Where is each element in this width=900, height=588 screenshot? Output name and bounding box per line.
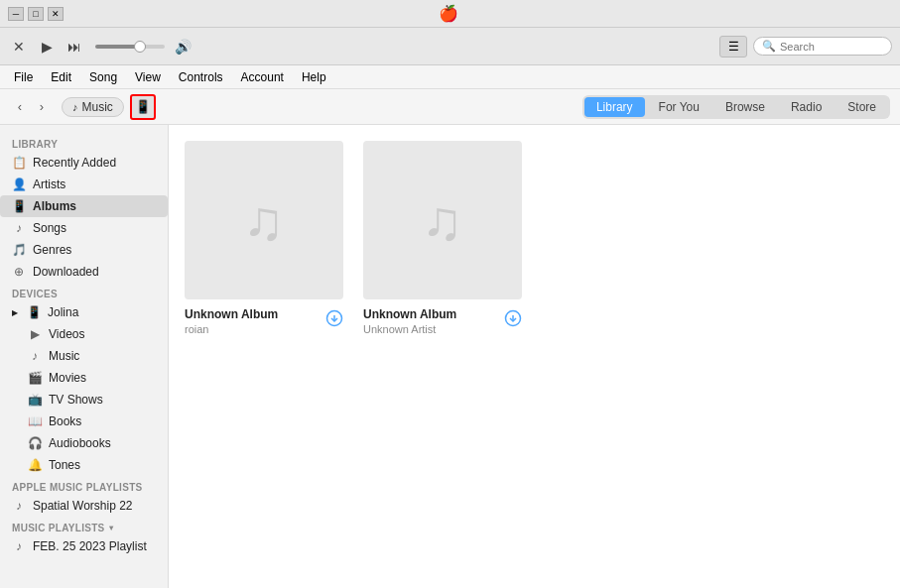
nav-arrows: ‹ › xyxy=(10,97,52,117)
sidebar: Library 📋 Recently Added 👤 Artists 📱 Alb… xyxy=(0,125,169,588)
device-button[interactable]: 📱 xyxy=(130,94,156,120)
album-artist-2: Unknown Artist xyxy=(363,323,504,335)
album-info-2: Unknown Album Unknown Artist xyxy=(363,307,522,335)
music-icon: ♪ xyxy=(28,349,42,363)
nav-bar: ‹ › ♪ Music 📱 Library For You Browse Rad… xyxy=(0,89,900,125)
sidebar-item-tv-shows[interactable]: 📺 TV Shows xyxy=(0,389,168,411)
audiobooks-label: Audiobooks xyxy=(49,436,111,450)
movies-label: Movies xyxy=(49,371,86,385)
songs-label: Songs xyxy=(33,221,66,235)
albums-label: Albums xyxy=(33,199,76,213)
songs-icon: ♪ xyxy=(12,221,26,235)
devices-section-title: Devices xyxy=(0,283,168,301)
tv-shows-label: TV Shows xyxy=(49,393,103,407)
genres-icon: 🎵 xyxy=(12,243,26,257)
album-art-2: ♫ xyxy=(363,141,522,299)
restore-button[interactable]: □ xyxy=(28,7,44,21)
tab-browse[interactable]: Browse xyxy=(713,97,777,117)
album-info-1: Unknown Album roian xyxy=(185,307,343,335)
album-card-2[interactable]: ♫ Unknown Album Unknown Artist xyxy=(363,141,522,335)
album-art-note-icon-1: ♫ xyxy=(243,188,285,253)
sidebar-item-downloaded[interactable]: ⊕ Downloaded xyxy=(0,261,168,283)
menu-file[interactable]: File xyxy=(6,68,41,86)
breadcrumb-label: Music xyxy=(82,100,113,114)
title-bar: ─ □ ✕ 🍎 xyxy=(0,0,900,28)
album-text-1: Unknown Album roian xyxy=(185,307,325,335)
close-button[interactable]: ✕ xyxy=(48,7,64,21)
title-bar-left: ─ □ ✕ xyxy=(8,7,64,21)
album-title-1: Unknown Album xyxy=(185,307,325,321)
volume-slider[interactable] xyxy=(95,45,165,49)
tab-store[interactable]: Store xyxy=(836,97,888,117)
apple-music-playlists-section-title: Apple Music Playlists xyxy=(0,476,168,495)
music-note-icon: ♪ xyxy=(72,101,78,113)
sidebar-item-artists[interactable]: 👤 Artists xyxy=(0,174,168,195)
download-button-2[interactable] xyxy=(504,309,522,332)
sidebar-item-books[interactable]: 📖 Books xyxy=(0,411,168,432)
breadcrumb[interactable]: ♪ Music xyxy=(62,97,124,117)
menu-view[interactable]: View xyxy=(127,68,169,86)
back-button[interactable]: ‹ xyxy=(10,97,30,117)
content-area: ♫ Unknown Album roian xyxy=(169,125,900,588)
music-playlists-section-title: Music Playlists ▾ xyxy=(0,517,168,535)
sidebar-item-device-jolina[interactable]: ▶ 📱 Jolina xyxy=(0,301,168,323)
search-input[interactable] xyxy=(780,41,883,53)
phone-icon: 📱 xyxy=(135,99,151,114)
menu-bar: File Edit Song View Controls Account Hel… xyxy=(0,65,900,89)
download-button-1[interactable] xyxy=(325,309,343,332)
music-label: Music xyxy=(49,349,79,363)
volume-thumb[interactable] xyxy=(134,41,146,53)
sidebar-item-feb-playlist[interactable]: ♪ FEB. 25 2023 Playlist xyxy=(0,535,168,557)
sidebar-item-movies[interactable]: 🎬 Movies xyxy=(0,367,168,389)
books-label: Books xyxy=(49,414,81,428)
feb-playlist-label: FEB. 25 2023 Playlist xyxy=(33,539,147,553)
books-icon: 📖 xyxy=(28,414,42,428)
sidebar-item-tones[interactable]: 🔔 Tones xyxy=(0,454,168,476)
recently-added-label: Recently Added xyxy=(33,156,116,170)
minimize-button[interactable]: ─ xyxy=(8,7,24,21)
menu-controls[interactable]: Controls xyxy=(171,68,231,86)
tab-group: Library For You Browse Radio Store xyxy=(582,95,890,119)
shuffle-button[interactable]: ✕ xyxy=(8,36,30,58)
main-layout: Library 📋 Recently Added 👤 Artists 📱 Alb… xyxy=(0,125,900,588)
sidebar-item-spatial-worship[interactable]: ♪ Spatial Worship 22 xyxy=(0,495,168,517)
tab-radio[interactable]: Radio xyxy=(779,97,834,117)
album-art-note-icon-2: ♫ xyxy=(422,188,463,253)
videos-label: Videos xyxy=(49,327,84,341)
sidebar-item-videos[interactable]: ▶ Videos xyxy=(0,323,168,345)
next-button[interactable]: ⏭ xyxy=(64,36,85,58)
search-icon: 🔍 xyxy=(762,40,776,53)
playlist-icon-2: ♪ xyxy=(12,539,26,553)
title-bar-center: 🍎 xyxy=(439,4,458,23)
expand-triangle-icon: ▶ xyxy=(12,308,18,317)
sidebar-item-albums[interactable]: 📱 Albums xyxy=(0,195,168,217)
sidebar-item-recently-added[interactable]: 📋 Recently Added xyxy=(0,152,168,174)
movies-icon: 🎬 xyxy=(28,371,42,385)
tab-library[interactable]: Library xyxy=(584,97,645,117)
menu-account[interactable]: Account xyxy=(233,68,292,86)
window-controls: ─ □ ✕ xyxy=(8,7,64,21)
sidebar-item-genres[interactable]: 🎵 Genres xyxy=(0,239,168,261)
play-button[interactable]: ▶ xyxy=(36,36,58,58)
toolbar: ✕ ▶ ⏭ 🔊 ☰ 🔍 xyxy=(0,28,900,65)
menu-edit[interactable]: Edit xyxy=(43,68,79,86)
album-art-1: ♫ xyxy=(185,141,343,299)
tones-label: Tones xyxy=(49,458,80,472)
sidebar-item-songs[interactable]: ♪ Songs xyxy=(0,217,168,239)
menu-song[interactable]: Song xyxy=(81,68,125,86)
volume-icon: 🔊 xyxy=(175,39,192,55)
tv-shows-icon: 📺 xyxy=(28,393,42,407)
audiobooks-icon: 🎧 xyxy=(28,436,42,450)
music-playlists-label: Music Playlists xyxy=(12,523,105,533)
tab-for-you[interactable]: For You xyxy=(647,97,711,117)
videos-icon: ▶ xyxy=(28,327,42,341)
artists-icon: 👤 xyxy=(12,177,26,191)
album-card-1[interactable]: ♫ Unknown Album roian xyxy=(185,141,343,335)
list-view-button[interactable]: ☰ xyxy=(719,36,747,58)
sidebar-item-music[interactable]: ♪ Music xyxy=(0,345,168,367)
menu-help[interactable]: Help xyxy=(294,68,334,86)
downloaded-icon: ⊕ xyxy=(12,265,26,279)
forward-button[interactable]: › xyxy=(32,97,52,117)
sidebar-item-audiobooks[interactable]: 🎧 Audiobooks xyxy=(0,432,168,454)
search-box[interactable]: 🔍 xyxy=(753,37,892,56)
